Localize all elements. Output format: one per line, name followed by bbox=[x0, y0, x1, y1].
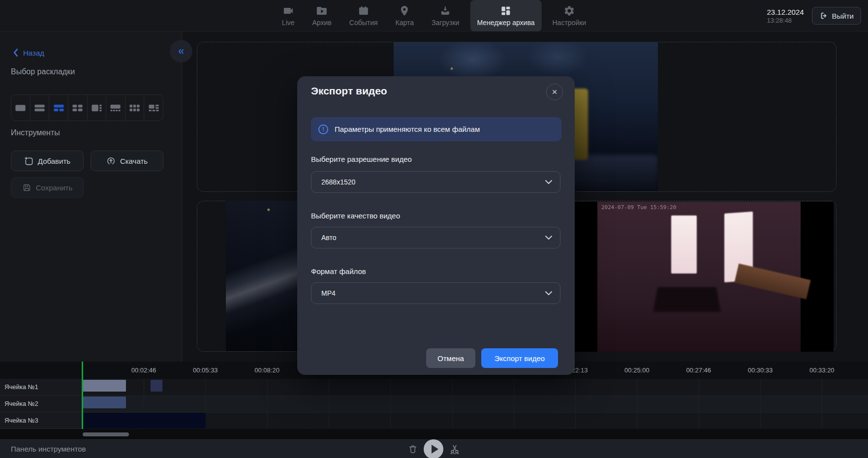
datetime-display: 23.12.2024 13:28:48 bbox=[767, 8, 804, 24]
hallway-frame: 2024-07-09 Tue 15:59:20 bbox=[597, 202, 801, 352]
nav-item-archive[interactable]: Архив bbox=[306, 0, 339, 31]
nav-label: Настройки bbox=[553, 19, 587, 27]
play-icon bbox=[432, 445, 438, 454]
layout-option-1-top-2-bottom[interactable] bbox=[49, 95, 68, 121]
nav-label: Карта bbox=[396, 19, 414, 27]
timeline-row-label-1: Ячейка №1 bbox=[0, 379, 82, 396]
timeline-row-label-3: Ячейка №3 bbox=[0, 412, 82, 429]
timeline-gridline bbox=[575, 379, 576, 429]
nav-tabs: Live Архив События Карта Загрузки Менедж… bbox=[275, 0, 593, 31]
layout-option-1-left-3-right[interactable] bbox=[88, 95, 107, 121]
nav-item-events[interactable]: События bbox=[342, 0, 385, 31]
save-button-label: Сохранить bbox=[36, 183, 73, 192]
current-date: 23.12.2024 bbox=[767, 8, 804, 16]
map-pin-icon bbox=[399, 5, 410, 17]
quality-value: Авто bbox=[321, 234, 337, 242]
tools-section-title: Инструменты bbox=[11, 128, 60, 137]
timeline-clip-bar[interactable] bbox=[83, 380, 126, 392]
events-calendar-icon bbox=[358, 5, 370, 17]
back-link[interactable]: Назад bbox=[13, 48, 44, 57]
nav-label: Менеджер архива bbox=[477, 19, 534, 27]
camera-video-hallway[interactable]: 2024-07-09 Tue 15:59:20 bbox=[575, 202, 834, 352]
timeline-gridline bbox=[760, 379, 761, 429]
timeline-gridline bbox=[390, 379, 391, 429]
close-icon: × bbox=[552, 87, 557, 97]
desk-shape bbox=[734, 264, 810, 300]
download-button[interactable]: Скачать bbox=[91, 151, 163, 171]
format-select[interactable]: MP4 bbox=[311, 282, 560, 304]
layout-selector bbox=[11, 94, 163, 121]
timeline-gridline bbox=[637, 379, 637, 429]
nav-item-live[interactable]: Live bbox=[275, 0, 302, 31]
info-icon: ! bbox=[318, 124, 328, 134]
info-banner-text: Параметры применяются ко всем файлам bbox=[335, 125, 480, 133]
cut-button[interactable] bbox=[449, 443, 461, 455]
timeline-time-label: 00:05:33 bbox=[186, 366, 225, 374]
back-label: Назад bbox=[23, 49, 44, 57]
layout-mosaic-icon bbox=[147, 103, 160, 113]
timeline-playhead[interactable] bbox=[82, 362, 83, 429]
chevron-left-icon bbox=[13, 48, 19, 57]
left-sidebar: Назад Выбор раскладки Инструменты Добави… bbox=[0, 31, 182, 362]
logout-icon bbox=[819, 11, 828, 20]
format-label: Формат файлов bbox=[311, 267, 366, 275]
add-button-label: Добавить bbox=[38, 157, 70, 165]
layout-option-single[interactable] bbox=[11, 95, 31, 121]
nav-right-area: 23.12.2024 13:28:48 Выйти bbox=[767, 0, 862, 31]
sidebar-collapse-button[interactable]: « bbox=[170, 40, 192, 62]
add-button[interactable]: Добавить bbox=[11, 151, 84, 171]
bottom-toolbar: Панель инструментов bbox=[0, 439, 868, 458]
downloads-box-icon bbox=[439, 5, 451, 17]
modal-title: Экспорт видео bbox=[311, 85, 387, 97]
format-value: MP4 bbox=[321, 289, 336, 297]
resolution-select[interactable]: 2688x1520 bbox=[311, 171, 560, 193]
trash-icon bbox=[407, 444, 418, 455]
cancel-button[interactable]: Отмена bbox=[426, 348, 475, 368]
nav-item-downloads[interactable]: Загрузки bbox=[425, 0, 466, 31]
logout-button[interactable]: Выйти bbox=[812, 7, 861, 25]
save-button[interactable]: Сохранить bbox=[11, 177, 84, 198]
nav-item-settings[interactable]: Настройки bbox=[546, 0, 593, 31]
quality-label: Выберите качество видео bbox=[311, 212, 400, 220]
timeline-row-label-2: Ячейка №2 bbox=[0, 396, 82, 412]
timeline-clip-bar[interactable] bbox=[83, 413, 206, 428]
floor-mat-shape bbox=[653, 287, 721, 312]
nav-item-map[interactable]: Карта bbox=[389, 0, 421, 31]
timeline-rows[interactable] bbox=[0, 379, 868, 429]
timeline-time-label: 00:27:46 bbox=[679, 366, 718, 374]
delete-button[interactable] bbox=[407, 444, 418, 455]
play-button[interactable] bbox=[424, 439, 443, 458]
nav-item-archive-manager[interactable]: Менеджер архива bbox=[470, 0, 541, 31]
timeline-gridline bbox=[267, 379, 268, 429]
layout-option-2x2[interactable] bbox=[68, 95, 88, 121]
modal-close-button[interactable]: × bbox=[546, 84, 563, 100]
timeline-clip-bar[interactable] bbox=[151, 380, 162, 392]
layout-single-icon bbox=[14, 103, 27, 113]
quality-select[interactable]: Авто bbox=[311, 227, 560, 248]
resolution-label: Выберите разрешение видео bbox=[311, 155, 412, 163]
download-button-label: Скачать bbox=[120, 157, 148, 165]
layout-option-1-top-4-bottom[interactable] bbox=[106, 95, 125, 121]
download-cloud-icon bbox=[106, 156, 116, 166]
layout-section-title: Выбор раскладки bbox=[11, 67, 75, 76]
timeline-time-label: 00:02:46 bbox=[124, 366, 163, 374]
timeline-clip-bar[interactable] bbox=[83, 397, 126, 408]
layout-2x2-icon bbox=[71, 103, 84, 113]
layout-1-top-4-bottom-icon bbox=[109, 103, 122, 113]
layout-3x2-icon bbox=[128, 103, 141, 113]
timeline-time-label: 00:08:20 bbox=[248, 366, 287, 374]
toolbar-actions bbox=[407, 439, 461, 458]
layout-option-mosaic[interactable] bbox=[144, 95, 163, 121]
save-floppy-icon bbox=[22, 183, 31, 192]
layout-option-3x2[interactable] bbox=[125, 95, 145, 121]
timeline-scrollbar-track bbox=[0, 429, 868, 439]
timeline-time-label: 00:30:33 bbox=[741, 366, 780, 374]
chevron-down-icon bbox=[545, 236, 552, 240]
nav-label: Live bbox=[282, 19, 295, 27]
layout-option-2-rows[interactable] bbox=[31, 95, 50, 121]
archive-folder-icon bbox=[316, 5, 328, 17]
timeline-scrollbar-thumb[interactable] bbox=[83, 432, 129, 436]
resolution-value: 2688x1520 bbox=[321, 178, 355, 186]
export-video-button[interactable]: Экспорт видео bbox=[481, 348, 558, 368]
timeline-gridline bbox=[452, 379, 453, 429]
